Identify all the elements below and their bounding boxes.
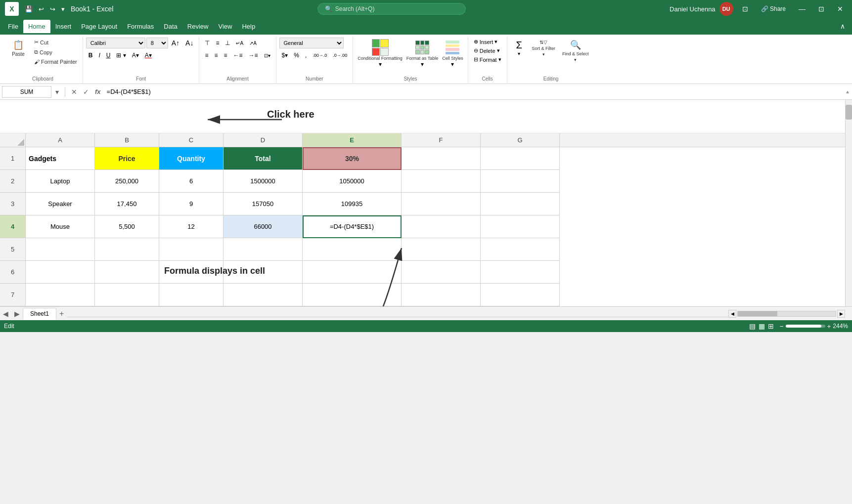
search-input[interactable]: [335, 5, 444, 12]
expand-name-box-button[interactable]: ▾: [53, 87, 61, 97]
cell-a7[interactable]: [26, 284, 95, 306]
font-color-button[interactable]: A▾: [142, 50, 154, 61]
increase-indent-button[interactable]: →≡: [246, 50, 261, 61]
row-header-3[interactable]: 3: [0, 193, 26, 215]
cell-a1[interactable]: Gadgets: [26, 147, 95, 170]
cell-f2[interactable]: [402, 170, 481, 193]
col-header-c[interactable]: C: [159, 133, 224, 147]
cell-g4[interactable]: [481, 215, 560, 238]
cell-d7[interactable]: [224, 284, 303, 306]
cell-c4[interactable]: 12: [159, 215, 224, 238]
cell-e1[interactable]: 30%: [303, 147, 402, 170]
cell-a4[interactable]: Mouse: [26, 215, 95, 238]
confirm-formula-button[interactable]: ✓: [81, 87, 91, 97]
next-sheet-button[interactable]: ▶: [11, 310, 23, 318]
insert-function-button[interactable]: fx: [93, 87, 103, 96]
share-button[interactable]: 🔗 Share: [757, 3, 790, 14]
cell-a3[interactable]: Speaker: [26, 193, 95, 215]
cell-f6[interactable]: [402, 261, 481, 284]
cell-e5[interactable]: [303, 238, 402, 261]
zoom-slider[interactable]: [786, 325, 825, 328]
cell-g3[interactable]: [481, 193, 560, 215]
normal-view-button[interactable]: ▤: [749, 322, 756, 330]
row-header-6[interactable]: 6: [0, 261, 26, 284]
number-format-select[interactable]: General: [279, 38, 344, 48]
maximize-button[interactable]: ⊡: [814, 3, 828, 15]
italic-button[interactable]: I: [96, 50, 102, 61]
cell-c7[interactable]: [159, 284, 224, 306]
cell-b5[interactable]: [95, 238, 159, 261]
add-sheet-button[interactable]: +: [56, 308, 67, 319]
menu-formulas[interactable]: Formulas: [122, 20, 159, 33]
close-button[interactable]: ✕: [833, 3, 847, 15]
page-layout-view-button[interactable]: ▦: [759, 322, 765, 330]
align-left-button[interactable]: ≡: [202, 50, 211, 61]
cell-c3[interactable]: 9: [159, 193, 224, 215]
redo-button[interactable]: ↪: [48, 4, 57, 14]
col-header-a[interactable]: A: [26, 133, 95, 147]
menu-home[interactable]: Home: [23, 20, 50, 33]
fill-color-button[interactable]: A▾: [130, 50, 141, 61]
cell-c5[interactable]: [159, 238, 224, 261]
col-header-b[interactable]: B: [95, 133, 159, 147]
scrollbar-thumb[interactable]: [846, 105, 852, 120]
cell-a2[interactable]: Laptop: [26, 170, 95, 193]
col-header-g[interactable]: G: [481, 133, 560, 147]
currency-button[interactable]: $▾: [279, 50, 291, 61]
font-name-select[interactable]: Calibri: [86, 38, 145, 48]
cell-d5[interactable]: [224, 238, 303, 261]
align-top-button[interactable]: ⊤: [202, 38, 212, 48]
save-button[interactable]: 💾: [23, 4, 35, 14]
bold-button[interactable]: B: [86, 50, 95, 61]
cell-a6[interactable]: [26, 261, 95, 284]
row-header-5[interactable]: 5: [0, 238, 26, 261]
cell-g6[interactable]: [481, 261, 560, 284]
cell-g1[interactable]: [481, 147, 560, 170]
cell-styles-button[interactable]: Cell Styles ▾: [441, 38, 465, 69]
formula-input[interactable]: [105, 88, 844, 95]
cell-f1[interactable]: [402, 147, 481, 170]
increase-decimal-button[interactable]: .0→.00: [330, 50, 350, 61]
cell-g2[interactable]: [481, 170, 560, 193]
scroll-right-button[interactable]: ▶: [837, 310, 845, 318]
cell-c6[interactable]: Formula displays in cell: [159, 261, 224, 284]
cell-c2[interactable]: 6: [159, 170, 224, 193]
vertical-scrollbar[interactable]: [845, 100, 852, 306]
conditional-formatting-button[interactable]: Conditional Formatting ▾: [356, 38, 404, 69]
cell-b6[interactable]: [95, 261, 159, 284]
cell-b1[interactable]: Price: [95, 147, 159, 170]
minimize-button[interactable]: —: [795, 3, 809, 15]
cell-e3[interactable]: 109935: [303, 193, 402, 215]
customize-qa-button[interactable]: ▾: [59, 4, 67, 14]
cell-b3[interactable]: 17,450: [95, 193, 159, 215]
cell-e2[interactable]: 1050000: [303, 170, 402, 193]
comma-button[interactable]: ,: [303, 50, 309, 61]
wrap-text-button[interactable]: ↵A: [233, 38, 246, 48]
menu-file[interactable]: File: [3, 20, 23, 33]
sheet-tab-sheet1[interactable]: Sheet1: [23, 308, 56, 320]
zoom-out-button[interactable]: −: [780, 323, 784, 330]
orientation-button[interactable]: ↗A: [247, 38, 259, 48]
align-right-button[interactable]: ≡: [221, 50, 229, 61]
select-all-button[interactable]: [0, 133, 26, 147]
menu-page-layout[interactable]: Page Layout: [76, 20, 122, 33]
delete-button[interactable]: ⊖ Delete ▾: [471, 46, 504, 55]
cancel-formula-button[interactable]: ✕: [69, 87, 79, 97]
decrease-decimal-button[interactable]: .00→.0: [310, 50, 329, 61]
align-bottom-button[interactable]: ⊥: [223, 38, 232, 48]
prev-sheet-button[interactable]: ◀: [0, 310, 11, 318]
insert-button[interactable]: ⊕ Insert ▾: [471, 38, 504, 46]
row-header-7[interactable]: 7: [0, 284, 26, 306]
collapse-ribbon-button[interactable]: ∧: [836, 20, 849, 32]
percent-button[interactable]: %: [291, 50, 302, 61]
paste-button[interactable]: 📋 Paste: [6, 38, 31, 59]
restore-window-button[interactable]: ⊡: [738, 3, 752, 15]
cell-f3[interactable]: [402, 193, 481, 215]
increase-font-size-button[interactable]: A↑: [169, 38, 182, 48]
h-scrollbar-thumb[interactable]: [738, 311, 777, 316]
cell-f5[interactable]: [402, 238, 481, 261]
cell-d4[interactable]: 66000: [224, 215, 303, 238]
autosum-button[interactable]: Σ ▾: [510, 38, 528, 58]
merge-cells-button[interactable]: ⊡▾: [262, 50, 273, 61]
menu-review[interactable]: Review: [182, 20, 214, 33]
